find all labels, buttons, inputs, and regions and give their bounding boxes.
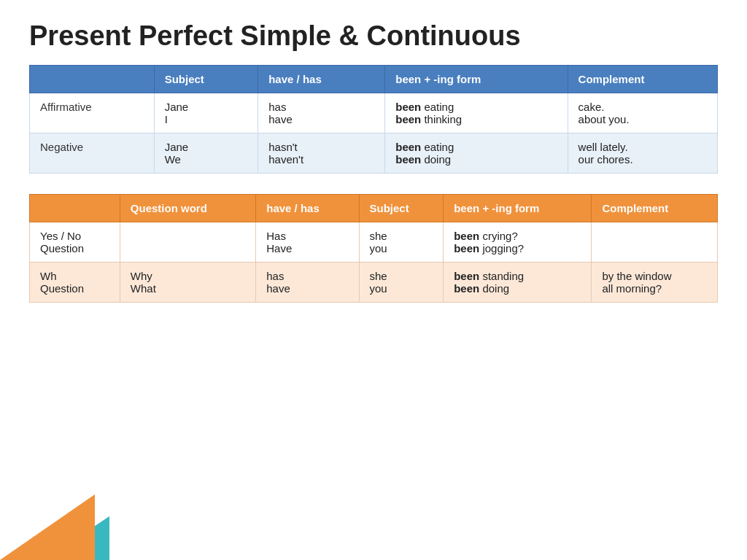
cell-been-ing-1: been eatingbeen thinking <box>385 93 568 133</box>
cell-complement-1: cake.about you. <box>568 93 717 133</box>
table-row: Affirmative JaneI hashave been eatingbee… <box>30 93 718 133</box>
cell-subject-q2: sheyou <box>359 262 444 303</box>
cell-have-has-1: hashave <box>258 93 385 133</box>
row-label-affirmative: Affirmative <box>30 93 155 133</box>
row-label-yes-no: Yes / NoQuestion <box>30 222 120 262</box>
col-header-been-ing-1: been + -ing form <box>385 66 568 93</box>
col-header-empty <box>30 66 155 93</box>
bottom-decoration <box>0 502 747 560</box>
cell-subject-2: JaneWe <box>154 133 258 174</box>
cell-complement-q2: by the windowall morning? <box>592 262 718 303</box>
row-label-wh: WhQuestion <box>30 262 120 303</box>
col-header-complement-1: Complement <box>568 66 717 93</box>
col-header-question-word: Question word <box>120 195 255 222</box>
row-label-negative: Negative <box>30 133 155 174</box>
table-simple: Subject have / has been + -ing form Comp… <box>29 65 718 174</box>
col-header-complement-2: Complement <box>592 195 718 222</box>
teal-triangle <box>44 516 109 560</box>
cell-been-ing-2: been eatingbeen doing <box>385 133 568 174</box>
cell-have-has-q2: hashave <box>256 262 359 303</box>
cell-subject-1: JaneI <box>154 93 258 133</box>
cell-been-ing-q2: been standingbeen doing <box>444 262 592 303</box>
col-header-been-ing-2: been + -ing form <box>444 195 592 222</box>
page-title: Present Perfect Simple & Continuous <box>0 0 747 65</box>
col-header-empty-2 <box>30 195 120 222</box>
table-row: Yes / NoQuestion HasHave sheyou been cry… <box>30 222 718 262</box>
table-row: WhQuestion WhyWhat hashave sheyou been s… <box>30 262 718 303</box>
cell-been-ing-q1: been crying?been jogging? <box>444 222 592 262</box>
table-row: Negative JaneWe hasn'thaven't been eatin… <box>30 133 718 174</box>
table-questions: Question word have / has Subject been + … <box>29 194 718 303</box>
content-area: Subject have / has been + -ing form Comp… <box>0 65 747 303</box>
col-header-have-has-1: have / has <box>258 66 385 93</box>
col-header-subject-2: Subject <box>359 195 444 222</box>
orange-triangle <box>0 494 95 560</box>
cell-have-has-q1: HasHave <box>256 222 359 262</box>
cell-have-has-2: hasn'thaven't <box>258 133 385 174</box>
cell-complement-2: well lately.our chores. <box>568 133 717 174</box>
cell-question-word-1 <box>120 222 255 262</box>
col-header-have-has-2: have / has <box>256 195 359 222</box>
cell-complement-q1 <box>592 222 718 262</box>
cell-question-word-2: WhyWhat <box>120 262 255 303</box>
col-header-subject: Subject <box>154 66 258 93</box>
cell-subject-q1: sheyou <box>359 222 444 262</box>
